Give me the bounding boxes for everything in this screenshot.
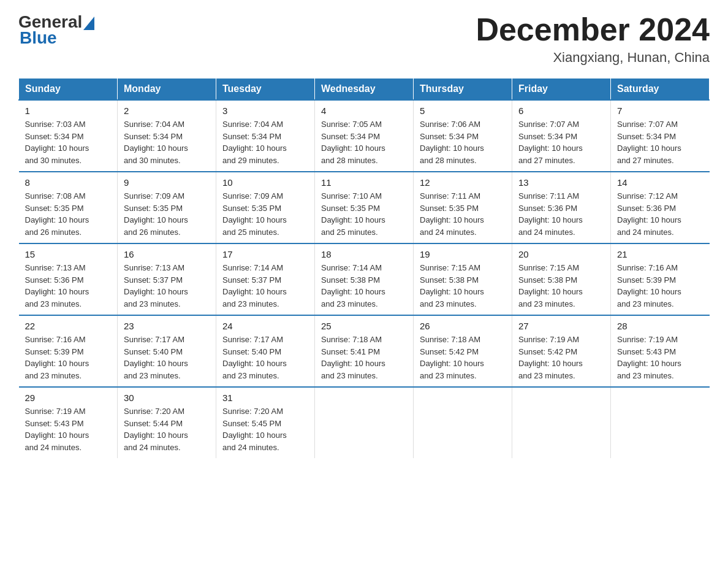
- day-number: 7: [617, 105, 703, 116]
- day-info: Sunrise: 7:06 AMSunset: 5:34 PMDaylight:…: [420, 118, 506, 166]
- day-info: Sunrise: 7:19 AMSunset: 5:43 PMDaylight:…: [617, 334, 703, 381]
- table-row: [414, 387, 512, 458]
- table-row: 11Sunrise: 7:10 AMSunset: 5:35 PMDayligh…: [315, 172, 414, 243]
- header-thursday: Thursday: [414, 79, 512, 101]
- table-row: 30Sunrise: 7:20 AMSunset: 5:44 PMDayligh…: [118, 387, 216, 458]
- table-row: 20Sunrise: 7:15 AMSunset: 5:38 PMDayligh…: [512, 243, 611, 315]
- day-number: 10: [222, 177, 308, 188]
- day-number: 1: [25, 105, 112, 116]
- day-number: 5: [420, 105, 506, 116]
- header-friday: Friday: [512, 79, 611, 101]
- table-row: [611, 387, 710, 458]
- table-row: 16Sunrise: 7:13 AMSunset: 5:37 PMDayligh…: [118, 243, 216, 315]
- day-info: Sunrise: 7:10 AMSunset: 5:35 PMDaylight:…: [321, 190, 407, 238]
- day-info: Sunrise: 7:14 AMSunset: 5:38 PMDaylight:…: [321, 262, 407, 310]
- calendar-week-row: 8Sunrise: 7:08 AMSunset: 5:35 PMDaylight…: [19, 172, 710, 243]
- day-info: Sunrise: 7:12 AMSunset: 5:36 PMDaylight:…: [617, 190, 703, 238]
- day-number: 26: [420, 321, 506, 331]
- day-info: Sunrise: 7:19 AMSunset: 5:42 PMDaylight:…: [518, 334, 604, 381]
- day-number: 17: [222, 249, 308, 259]
- table-row: 18Sunrise: 7:14 AMSunset: 5:38 PMDayligh…: [315, 243, 414, 315]
- day-info: Sunrise: 7:04 AMSunset: 5:34 PMDaylight:…: [124, 118, 210, 166]
- title-section: December 2024 Xiangxiang, Hunan, China: [476, 12, 710, 66]
- day-number: 24: [222, 321, 308, 331]
- calendar-week-row: 22Sunrise: 7:16 AMSunset: 5:39 PMDayligh…: [19, 315, 710, 387]
- table-row: 23Sunrise: 7:17 AMSunset: 5:40 PMDayligh…: [118, 315, 216, 387]
- day-info: Sunrise: 7:04 AMSunset: 5:34 PMDaylight:…: [222, 118, 308, 166]
- day-info: Sunrise: 7:16 AMSunset: 5:39 PMDaylight:…: [25, 334, 112, 381]
- day-info: Sunrise: 7:11 AMSunset: 5:35 PMDaylight:…: [420, 190, 506, 238]
- day-number: 21: [617, 249, 703, 259]
- month-year-title: December 2024: [476, 12, 710, 47]
- day-info: Sunrise: 7:03 AMSunset: 5:34 PMDaylight:…: [25, 118, 112, 166]
- day-number: 9: [124, 177, 210, 188]
- day-number: 23: [124, 321, 210, 331]
- day-number: 2: [124, 105, 210, 116]
- table-row: 4Sunrise: 7:05 AMSunset: 5:34 PMDaylight…: [315, 100, 414, 172]
- day-number: 14: [617, 177, 703, 188]
- table-row: 7Sunrise: 7:07 AMSunset: 5:34 PMDaylight…: [611, 100, 710, 172]
- calendar-body: 1Sunrise: 7:03 AMSunset: 5:34 PMDaylight…: [19, 100, 710, 458]
- day-info: Sunrise: 7:07 AMSunset: 5:34 PMDaylight:…: [617, 118, 703, 166]
- table-row: 14Sunrise: 7:12 AMSunset: 5:36 PMDayligh…: [611, 172, 710, 243]
- day-info: Sunrise: 7:09 AMSunset: 5:35 PMDaylight:…: [124, 190, 210, 238]
- header-row: Sunday Monday Tuesday Wednesday Thursday…: [19, 79, 710, 101]
- day-number: 16: [124, 249, 210, 259]
- day-number: 6: [518, 105, 604, 116]
- table-row: 29Sunrise: 7:19 AMSunset: 5:43 PMDayligh…: [19, 387, 118, 458]
- day-info: Sunrise: 7:17 AMSunset: 5:40 PMDaylight:…: [222, 334, 308, 381]
- day-number: 3: [222, 105, 308, 116]
- header-wednesday: Wednesday: [315, 79, 414, 101]
- day-info: Sunrise: 7:15 AMSunset: 5:38 PMDaylight:…: [420, 262, 506, 310]
- day-info: Sunrise: 7:13 AMSunset: 5:36 PMDaylight:…: [25, 262, 112, 310]
- table-row: 13Sunrise: 7:11 AMSunset: 5:36 PMDayligh…: [512, 172, 611, 243]
- day-number: 12: [420, 177, 506, 188]
- day-info: Sunrise: 7:05 AMSunset: 5:34 PMDaylight:…: [321, 118, 407, 166]
- day-number: 20: [518, 249, 604, 259]
- table-row: 6Sunrise: 7:07 AMSunset: 5:34 PMDaylight…: [512, 100, 611, 172]
- logo: General Blue: [18, 12, 94, 48]
- day-info: Sunrise: 7:18 AMSunset: 5:42 PMDaylight:…: [420, 334, 506, 381]
- day-info: Sunrise: 7:16 AMSunset: 5:39 PMDaylight:…: [617, 262, 703, 310]
- calendar-header: Sunday Monday Tuesday Wednesday Thursday…: [19, 79, 710, 101]
- table-row: 19Sunrise: 7:15 AMSunset: 5:38 PMDayligh…: [414, 243, 512, 315]
- day-number: 31: [222, 393, 308, 403]
- day-info: Sunrise: 7:07 AMSunset: 5:34 PMDaylight:…: [518, 118, 604, 166]
- header-tuesday: Tuesday: [216, 79, 315, 101]
- table-row: 2Sunrise: 7:04 AMSunset: 5:34 PMDaylight…: [118, 100, 216, 172]
- table-row: 8Sunrise: 7:08 AMSunset: 5:35 PMDaylight…: [19, 172, 118, 243]
- table-row: 10Sunrise: 7:09 AMSunset: 5:35 PMDayligh…: [216, 172, 315, 243]
- table-row: 25Sunrise: 7:18 AMSunset: 5:41 PMDayligh…: [315, 315, 414, 387]
- table-row: 22Sunrise: 7:16 AMSunset: 5:39 PMDayligh…: [19, 315, 118, 387]
- table-row: 12Sunrise: 7:11 AMSunset: 5:35 PMDayligh…: [414, 172, 512, 243]
- day-number: 22: [25, 321, 112, 331]
- day-number: 28: [617, 321, 703, 331]
- table-row: 15Sunrise: 7:13 AMSunset: 5:36 PMDayligh…: [19, 243, 118, 315]
- calendar-table: Sunday Monday Tuesday Wednesday Thursday…: [18, 78, 710, 458]
- logo-triangle-icon: [83, 17, 94, 30]
- day-info: Sunrise: 7:17 AMSunset: 5:40 PMDaylight:…: [124, 334, 210, 381]
- day-number: 19: [420, 249, 506, 259]
- table-row: 27Sunrise: 7:19 AMSunset: 5:42 PMDayligh…: [512, 315, 611, 387]
- day-info: Sunrise: 7:18 AMSunset: 5:41 PMDaylight:…: [321, 334, 407, 381]
- header-saturday: Saturday: [611, 79, 710, 101]
- day-info: Sunrise: 7:20 AMSunset: 5:44 PMDaylight:…: [124, 405, 210, 453]
- day-number: 8: [25, 177, 112, 188]
- table-row: 17Sunrise: 7:14 AMSunset: 5:37 PMDayligh…: [216, 243, 315, 315]
- calendar-week-row: 1Sunrise: 7:03 AMSunset: 5:34 PMDaylight…: [19, 100, 710, 172]
- day-number: 27: [518, 321, 604, 331]
- day-number: 25: [321, 321, 407, 331]
- table-row: [315, 387, 414, 458]
- day-number: 30: [124, 393, 210, 403]
- table-row: 28Sunrise: 7:19 AMSunset: 5:43 PMDayligh…: [611, 315, 710, 387]
- day-info: Sunrise: 7:15 AMSunset: 5:38 PMDaylight:…: [518, 262, 604, 310]
- table-row: 31Sunrise: 7:20 AMSunset: 5:45 PMDayligh…: [216, 387, 315, 458]
- day-info: Sunrise: 7:20 AMSunset: 5:45 PMDaylight:…: [222, 405, 308, 453]
- day-info: Sunrise: 7:08 AMSunset: 5:35 PMDaylight:…: [25, 190, 112, 238]
- table-row: 24Sunrise: 7:17 AMSunset: 5:40 PMDayligh…: [216, 315, 315, 387]
- calendar-week-row: 15Sunrise: 7:13 AMSunset: 5:36 PMDayligh…: [19, 243, 710, 315]
- header-sunday: Sunday: [19, 79, 118, 101]
- calendar-week-row: 29Sunrise: 7:19 AMSunset: 5:43 PMDayligh…: [19, 387, 710, 458]
- day-info: Sunrise: 7:14 AMSunset: 5:37 PMDaylight:…: [222, 262, 308, 310]
- table-row: 26Sunrise: 7:18 AMSunset: 5:42 PMDayligh…: [414, 315, 512, 387]
